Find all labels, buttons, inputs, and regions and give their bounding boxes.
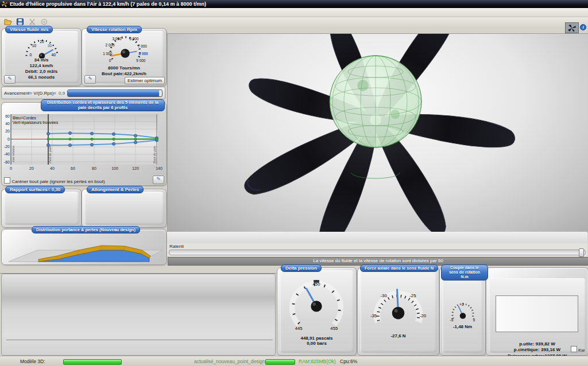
svg-text:-30: -30 [380,293,387,298]
carener-label: Caréner bout pale (ignorer les pertes en… [11,179,105,184]
estimer-optimum-button[interactable]: Estimer optimum [125,77,165,84]
viewport-toolbar [167,232,587,243]
svg-text:Axe rotation: Axe rotation [11,146,15,163]
couple-gauge: -5 0 5 [446,300,480,323]
settings-icon [40,18,48,26]
svg-text:-60: -60 [4,160,10,164]
svg-text:5 000: 5 000 [129,37,138,41]
fluid-speed-header: Vitesse fluide m/s [5,26,53,33]
avancement-value: 0,9 [59,91,65,96]
fluid-speed-gauge: 0 10 20 30 40 [20,34,64,59]
svg-text:60: 60 [71,166,75,170]
svg-text:80: 80 [92,166,96,170]
svg-text:Pied de pale: Pied de pale [48,146,52,163]
carener-checkbox-row[interactable]: Caréner bout pale (ignorer les pertes en… [4,177,105,184]
cut-icon [28,18,36,26]
svg-text:0: 0 [7,137,10,141]
delta-header: Delta pression [281,264,322,272]
svg-text:445: 445 [295,326,303,331]
menu-bar [0,8,588,17]
open-file-icon[interactable] [3,18,12,26]
couple-readout: -1,48 Nm [440,324,485,329]
element-bars [6,278,273,340]
rotation-speed-panel: Vitesse rotation Rpm 0 1 000 2 000 3 000… [82,28,167,86]
kw-checkbox[interactable] [571,346,577,352]
portance-panel: Distribution portance & pertes (Nouveau … [1,229,167,265]
model3d-progress [63,359,122,365]
rapport-surfaces-panel: Rapport surfaces= 0,30 [1,189,82,228]
rotation-gauge: 0 1 000 2 000 3 000 5 000 7 000 8 000 9 … [98,33,152,67]
ralenti-row: Ralenti [167,243,587,256]
help-info-icon[interactable]: i [580,24,586,32]
window-title: Etude d'hélice propulsive dans l'Air à 1… [10,1,206,7]
cpu-indicator: Cpu:6% [340,359,357,364]
delta-gauge: 445 450 455 [283,276,350,334]
puissance-panel: p.utile: 939,82 W p.cinétique: 393,16 W … [486,267,588,356]
rapport-header: Rapport surfaces= 0,30 [5,186,65,193]
svg-text:140: 140 [156,166,163,170]
kw-checkbox-row[interactable]: Kw [571,346,585,353]
svg-text:120: 120 [132,166,139,170]
svg-text:10: 10 [32,44,37,48]
svg-text:0: 0 [30,53,32,57]
svg-text:60: 60 [5,114,10,118]
svg-text:9 000: 9 000 [136,59,145,63]
element-bar-chart [1,274,276,356]
svg-text:100: 100 [111,166,118,170]
carener-checkbox[interactable] [4,177,10,184]
status-bar: Modèle 3D: actualisé_nouveau_point_desig… [0,356,588,366]
save-icon[interactable] [16,18,24,26]
title-bar: Etude d'hélice propulsive dans l'Air à 1… [0,0,588,8]
portance-3d-chart [3,233,164,263]
ralenti-slider[interactable] [169,250,586,255]
svg-text:-20: -20 [4,145,10,149]
svg-text:-25: -25 [409,293,416,298]
allongement-header: Allongement & Pertes [87,186,144,193]
svg-text:3 000: 3 000 [112,37,121,41]
delta-readout: 448,91 pascals 0,00 bars [277,336,356,346]
svg-text:30: 30 [48,44,52,48]
svg-text:-40: -40 [4,152,10,156]
force-axiale-panel: Force axiale dans le sens fluide N -35 -… [357,267,439,356]
svg-text:40: 40 [5,122,10,126]
results-tab-strip [0,265,276,274]
allongement-panel: Allongement & Pertes [82,189,167,228]
viewport-topright: i [565,22,588,33]
avancement-slider[interactable] [67,89,163,97]
propeller-3d-model [168,34,588,232]
main-tab-strip [167,23,588,33]
svg-text:7 000: 7 000 [138,44,147,48]
portance-header: Distribution portance & pertes (Nouveau … [32,226,140,233]
avancement-label: Avancement= V/(D.Rps)= [4,91,56,96]
avancement-row: Avancement= V/(D.Rps)= 0,9 [1,87,165,99]
ralenti-label: Ralenti [169,244,184,249]
force-gauge: -35 -30 -25 -20 [363,281,433,330]
rotation-edit-button[interactable]: ✎ [84,75,96,84]
force-readout: -27,6 N [358,333,439,338]
delta-pression-panel: Delta pression 445 450 455 448,91 pascal… [277,267,357,356]
ralenti-slider-thumb[interactable] [579,248,584,257]
svg-text:40: 40 [50,166,55,170]
propeller-thumbnail-button[interactable] [565,22,579,33]
svg-text:Bout de pale: Bout de pale [153,146,156,163]
ram-indicator: RAM:825MB(Ok) [299,359,336,364]
fluid-edit-button[interactable]: ✎ [4,75,16,84]
puissance-bar-chart [496,295,578,332]
fluid-speed-panel: Vitesse fluide m/s 0 10 20 30 40 34 m/s … [1,28,82,86]
svg-text:20: 20 [40,40,44,44]
distribution-chart: 60 40 20 0 -20 -40 -60 0 20 40 60 80 100… [3,112,165,173]
svg-text:40: 40 [51,53,56,57]
svg-text:8 000: 8 000 [139,52,148,56]
viewport-3d[interactable] [167,33,588,233]
svg-text:2 000: 2 000 [106,43,115,47]
distribution-edit-button[interactable]: ✎ [153,176,164,184]
svg-text:450: 450 [313,282,320,287]
rotation-speed-header: Vitesse rotation Rpm [87,26,142,33]
distribution-panel: Distribution cordes et epaisseurs des 5 … [1,102,167,186]
force-header: Force axiale dans le sens fluide N [360,264,438,272]
application-window: Etude d'hélice propulsive dans l'Air à 1… [0,0,588,366]
update-progress [265,359,295,365]
svg-text:20: 20 [29,166,34,170]
svg-text:0: 0 [462,302,464,306]
couple-header: Couple dans le sens de rotation N.m [441,264,488,281]
